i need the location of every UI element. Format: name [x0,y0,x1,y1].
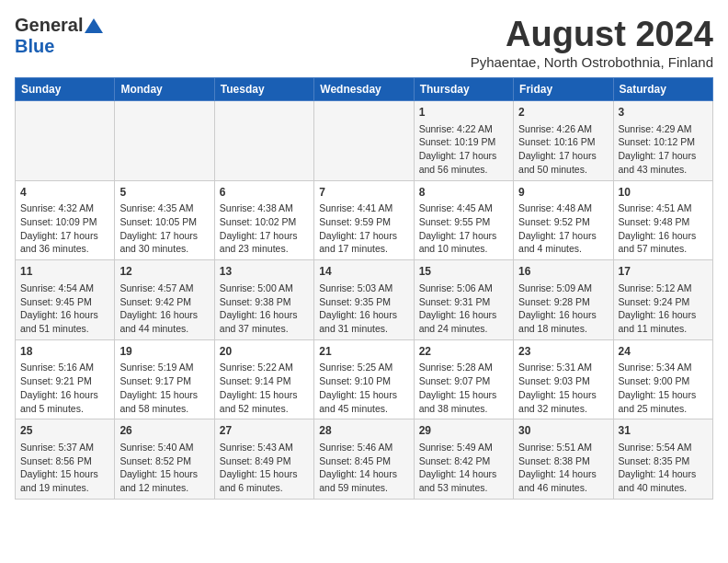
day-number: 18 [20,344,109,360]
cell-text: Sunset: 9:10 PM [319,374,408,388]
header: General Blue August 2024 Pyhaentae, Nort… [15,15,713,70]
cell-text: Daylight: 17 hours and 30 minutes. [119,229,209,256]
calendar-cell: 21Sunrise: 5:25 AMSunset: 9:10 PMDayligh… [314,339,414,419]
cell-text: Sunset: 8:45 PM [319,454,408,468]
cell-text: Sunset: 9:52 PM [518,215,608,229]
day-number: 23 [518,344,608,360]
cell-text: Sunrise: 5:19 AM [119,361,209,374]
calendar-cell: 17Sunrise: 5:12 AMSunset: 9:24 PMDayligh… [613,260,712,340]
cell-text: Daylight: 15 hours and 19 minutes. [20,467,109,494]
cell-text: Daylight: 15 hours and 58 minutes. [119,388,209,415]
cell-text: Sunset: 8:49 PM [220,454,309,468]
day-number: 14 [319,264,408,280]
cell-text: Sunrise: 5:54 AM [619,441,708,454]
cell-text: Daylight: 14 hours and 53 minutes. [419,467,508,494]
cell-text: Daylight: 15 hours and 32 minutes. [518,388,608,415]
cell-text: Sunset: 9:31 PM [419,295,508,309]
calendar-cell: 28Sunrise: 5:46 AMSunset: 8:45 PMDayligh… [314,419,414,500]
logo-blue-text: Blue [15,36,54,56]
cell-text: Sunset: 8:56 PM [20,454,109,468]
cell-text: Sunrise: 4:35 AM [119,201,209,215]
week-row-5: 25Sunrise: 5:37 AMSunset: 8:56 PMDayligh… [16,419,713,500]
cell-text: Daylight: 17 hours and 23 minutes. [220,229,309,256]
day-number: 3 [619,105,708,121]
cell-text: Sunset: 10:02 PM [220,215,309,229]
cell-text: Sunrise: 4:45 AM [419,201,508,215]
calendar-cell: 30Sunrise: 5:51 AMSunset: 8:38 PMDayligh… [514,419,613,500]
calendar-cell: 13Sunrise: 5:00 AMSunset: 9:38 PMDayligh… [214,260,313,340]
svg-marker-0 [85,18,103,33]
day-number: 12 [119,264,209,280]
cell-text: Daylight: 16 hours and 18 minutes. [518,308,608,335]
day-number: 5 [119,185,209,201]
cell-text: Daylight: 17 hours and 50 minutes. [518,149,608,176]
day-number: 19 [119,344,209,360]
calendar-cell: 15Sunrise: 5:06 AMSunset: 9:31 PMDayligh… [414,260,513,340]
cell-text: Sunrise: 5:51 AM [518,441,608,454]
calendar-cell: 19Sunrise: 5:19 AMSunset: 9:17 PMDayligh… [115,339,214,419]
day-number: 6 [220,185,309,201]
cell-text: Sunrise: 4:22 AM [419,122,508,136]
calendar-cell: 5Sunrise: 4:35 AMSunset: 10:05 PMDayligh… [115,180,214,260]
cell-text: Sunrise: 4:54 AM [20,282,109,295]
week-row-1: 1Sunrise: 4:22 AMSunset: 10:19 PMDayligh… [16,101,713,181]
calendar-cell: 20Sunrise: 5:22 AMSunset: 9:14 PMDayligh… [214,339,313,419]
cell-text: Sunrise: 5:49 AM [419,441,508,454]
cell-text: Sunrise: 5:12 AM [619,282,708,295]
day-number: 24 [619,344,708,360]
day-number: 26 [119,423,209,439]
cell-text: Daylight: 17 hours and 10 minutes. [419,229,508,256]
logo-general-text: General [15,15,83,36]
cell-text: Sunrise: 5:16 AM [20,361,109,374]
calendar-cell: 9Sunrise: 4:48 AMSunset: 9:52 PMDaylight… [514,180,613,260]
calendar-cell [16,101,115,181]
cell-text: Daylight: 14 hours and 46 minutes. [518,467,608,494]
cell-text: Daylight: 16 hours and 24 minutes. [419,308,508,335]
cell-text: Sunset: 9:24 PM [619,295,708,309]
calendar-cell: 7Sunrise: 4:41 AMSunset: 9:59 PMDaylight… [314,180,414,260]
day-number: 27 [220,423,309,439]
cell-text: Sunrise: 4:48 AM [518,201,608,215]
col-header-monday: Monday [115,78,214,101]
cell-text: Daylight: 15 hours and 52 minutes. [220,388,309,415]
cell-text: Sunrise: 5:34 AM [619,361,708,374]
title-area: August 2024 Pyhaentae, North Ostrobothni… [471,15,713,70]
cell-text: Sunrise: 5:28 AM [419,361,508,374]
cell-text: Sunrise: 5:03 AM [319,282,408,295]
cell-text: Daylight: 16 hours and 37 minutes. [220,308,309,335]
cell-text: Daylight: 17 hours and 56 minutes. [419,149,508,176]
cell-text: Daylight: 14 hours and 40 minutes. [619,467,708,494]
location-title: Pyhaentae, North Ostrobothnia, Finland [471,54,713,70]
cell-text: Sunset: 9:28 PM [518,295,608,309]
calendar-cell: 25Sunrise: 5:37 AMSunset: 8:56 PMDayligh… [16,419,115,500]
cell-text: Daylight: 15 hours and 6 minutes. [220,467,309,494]
week-row-4: 18Sunrise: 5:16 AMSunset: 9:21 PMDayligh… [16,339,713,419]
cell-text: Sunset: 9:00 PM [619,374,708,388]
calendar-cell [214,101,313,181]
cell-text: Sunrise: 5:22 AM [220,361,309,374]
calendar-cell: 4Sunrise: 4:32 AMSunset: 10:09 PMDayligh… [16,180,115,260]
calendar-cell: 23Sunrise: 5:31 AMSunset: 9:03 PMDayligh… [514,339,613,419]
calendar-cell: 31Sunrise: 5:54 AMSunset: 8:35 PMDayligh… [613,419,712,500]
calendar-cell: 22Sunrise: 5:28 AMSunset: 9:07 PMDayligh… [414,339,513,419]
cell-text: Sunrise: 5:40 AM [119,441,209,454]
cell-text: Sunset: 10:09 PM [20,215,109,229]
day-number: 30 [518,423,608,439]
col-header-saturday: Saturday [613,78,712,101]
calendar-cell: 29Sunrise: 5:49 AMSunset: 8:42 PMDayligh… [414,419,513,500]
cell-text: Sunset: 8:38 PM [518,454,608,468]
cell-text: Daylight: 15 hours and 12 minutes. [119,467,209,494]
day-number: 2 [518,105,608,121]
calendar-cell: 11Sunrise: 4:54 AMSunset: 9:45 PMDayligh… [16,260,115,340]
cell-text: Sunset: 9:59 PM [319,215,408,229]
cell-text: Daylight: 17 hours and 36 minutes. [20,229,109,256]
cell-text: Sunrise: 4:29 AM [619,122,708,136]
cell-text: Sunset: 10:16 PM [518,135,608,149]
cell-text: Daylight: 16 hours and 11 minutes. [619,308,708,335]
cell-text: Sunset: 10:05 PM [119,215,209,229]
cell-text: Daylight: 16 hours and 31 minutes. [319,308,408,335]
cell-text: Daylight: 16 hours and 57 minutes. [619,229,708,256]
cell-text: Sunrise: 5:06 AM [419,282,508,295]
cell-text: Daylight: 15 hours and 45 minutes. [319,388,408,415]
cell-text: Sunset: 9:03 PM [518,374,608,388]
